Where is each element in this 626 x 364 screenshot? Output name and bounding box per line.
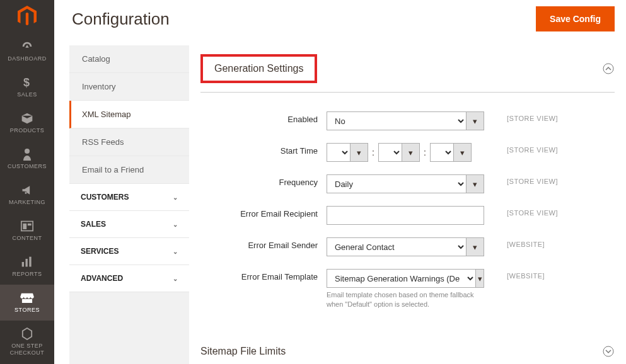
nav-label: CONTENT [13,235,42,241]
collapse-up-icon [602,62,615,75]
time-separator: : [368,147,378,157]
box-icon [21,111,33,125]
sidebar-item-inventory[interactable]: Inventory [69,73,189,101]
nav-customers[interactable]: CUSTOMERS [0,141,54,177]
time-separator: : [420,147,430,157]
bars-icon [21,255,33,269]
group-label: SALES [81,220,106,229]
sidebar-group-customers[interactable]: CUSTOMERS⌄ [69,184,189,211]
svg-text:$: $ [23,76,30,89]
svg-rect-6 [26,259,28,267]
magento-logo[interactable] [14,4,40,28]
section-title: Sitemap File Limits [200,346,286,357]
save-config-button[interactable]: Save Config [536,6,615,31]
dropdown-arrow-icon: ▾ [466,175,484,193]
nav-label: SALES [17,91,37,98]
label-error-sender: Error Email Sender [200,237,327,250]
label-start-time: Start Time [200,143,327,156]
config-sidebar: Catalog Inventory XML Sitemap RSS Feeds … [69,45,189,364]
highlight-box: Generation Settings [200,54,317,83]
section-generation-settings[interactable]: Generation Settings [200,45,615,93]
nav-label: REPORTS [13,271,42,277]
hexagon-icon [21,327,33,341]
input-error-recipient[interactable] [327,206,484,225]
sidebar-item-catalog[interactable]: Catalog [69,45,189,73]
label-error-recipient: Error Email Recipient [200,206,327,219]
svg-point-9 [603,346,613,356]
dropdown-arrow-icon: ▾ [466,112,484,130]
layout-icon [21,219,33,233]
sidebar-item-email-friend[interactable]: Email to a Friend [69,156,189,184]
label-error-template: Error Email Template [200,269,327,282]
dropdown-arrow-icon: ▾ [466,238,484,256]
nav-label: PRODUCTS [10,127,45,134]
nav-label: DASHBOARD [8,55,47,62]
expand-down-icon [602,345,615,358]
select-frequency[interactable]: Daily ▾ [327,174,484,193]
nav-one-step-checkout[interactable]: ONE STEP CHECKOUT [0,321,54,364]
sidebar-group-advanced[interactable]: ADVANCED⌄ [69,265,189,292]
dashboard-icon [20,40,34,54]
nav-label: ONE STEP CHECKOUT [1,343,53,356]
nav-products[interactable]: PRODUCTS [0,105,54,141]
chevron-down-icon: ⌄ [173,194,178,201]
nav-label: CUSTOMERS [8,163,47,169]
nav-dashboard[interactable]: DASHBOARD [0,33,54,69]
dropdown-arrow-icon: ▾ [475,270,484,287]
nav-label: STORES [14,307,40,313]
group-label: ADVANCED [81,274,123,283]
person-icon [23,147,32,161]
svg-point-1 [25,149,30,154]
scope-label: [WEBSITE] [484,269,545,280]
scope-label: [STORE VIEW] [484,174,558,185]
svg-rect-3 [23,224,26,229]
select-second[interactable]: 00▾ [430,143,472,162]
nav-label: MARKETING [9,199,45,205]
page-title: Configuration [72,9,170,29]
section-sitemap-file-limits[interactable]: Sitemap File Limits [200,334,615,364]
dropdown-arrow-icon: ▾ [453,144,471,161]
group-label: CUSTOMERS [81,193,129,202]
admin-left-nav: DASHBOARD $ SALES PRODUCTS CUSTOMERS MAR… [0,0,54,364]
label-enabled: Enabled [200,111,327,124]
sidebar-group-sales[interactable]: SALES⌄ [69,211,189,238]
section-title: Generation Settings [214,63,303,74]
select-minute[interactable]: 00▾ [378,143,420,162]
scope-label: [STORE VIEW] [484,206,558,217]
scope-label: [STORE VIEW] [484,111,558,122]
nav-reports[interactable]: REPORTS [0,249,54,285]
sidebar-item-xml-sitemap[interactable]: XML Sitemap [69,101,189,128]
nav-content[interactable]: CONTENT [0,213,54,249]
nav-marketing[interactable]: MARKETING [0,177,54,213]
chevron-down-icon: ⌄ [173,248,178,255]
megaphone-icon [21,183,33,197]
svg-rect-5 [22,262,24,267]
group-label: SERVICES [81,247,119,256]
dollar-icon: $ [22,76,32,89]
nav-sales[interactable]: $ SALES [0,69,54,105]
nav-stores[interactable]: STORES [0,285,54,321]
svg-rect-4 [28,224,32,225]
select-error-template[interactable]: Sitemap Generation Warnings (De ▾ [327,269,484,288]
scope-label: [WEBSITE] [484,237,545,248]
select-error-sender[interactable]: General Contact ▾ [327,237,484,256]
select-hour[interactable]: 00▾ [327,143,368,162]
dropdown-arrow-icon: ▾ [402,144,419,161]
chevron-down-icon: ⌄ [173,221,178,228]
store-icon [20,291,34,305]
scope-label: [STORE VIEW] [484,143,558,154]
svg-point-8 [603,64,613,74]
svg-rect-7 [29,257,31,267]
select-enabled[interactable]: No ▾ [327,111,484,130]
label-frequency: Frequency [200,174,327,187]
field-hint: Email template chosen based on theme fal… [327,290,478,310]
sidebar-group-services[interactable]: SERVICES⌄ [69,238,189,265]
sidebar-item-rss-feeds[interactable]: RSS Feeds [69,128,189,156]
dropdown-arrow-icon: ▾ [350,144,368,161]
chevron-down-icon: ⌄ [173,275,178,282]
